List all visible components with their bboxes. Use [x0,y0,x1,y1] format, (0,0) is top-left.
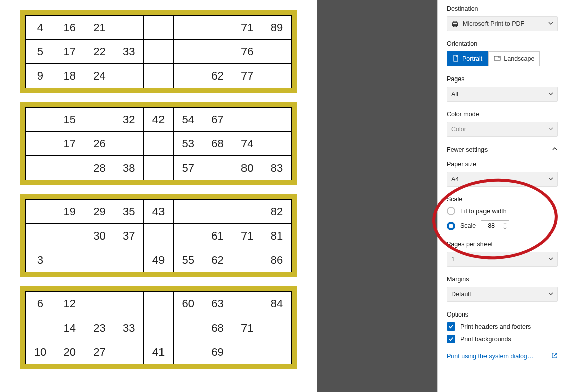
bingo-cell: 27 [85,340,114,364]
bingo-cell: 71 [232,316,262,340]
bingo-cell: 38 [114,156,144,180]
pages-label: Pages [447,75,558,83]
bingo-cell: 68 [203,132,232,156]
chevron-down-icon [548,126,553,133]
bingo-cell [85,108,114,132]
bingo-cell [262,108,292,132]
bingo-cell: 37 [114,224,144,248]
bingo-cell [173,224,203,248]
bingo-cell: 67 [203,108,232,132]
scale-step-up[interactable] [501,221,509,226]
bingo-cell [114,340,144,364]
bingo-cell: 33 [114,40,144,64]
bingo-cell [144,224,174,248]
pages-select[interactable]: All [447,87,558,102]
fit-to-width-radio-row[interactable]: Fit to page width [447,207,558,215]
bingo-cell [262,40,292,64]
scale-input[interactable] [481,221,501,231]
bingo-cell [144,64,174,88]
bingo-cell: 20 [55,340,85,364]
fewer-settings-toggle[interactable]: Fewer settings [447,146,558,153]
bingo-cell [232,108,262,132]
bingo-cell: 22 [85,40,114,64]
bingo-cell: 76 [232,40,262,64]
bingo-cell [173,340,203,364]
destination-value: Microsoft Print to PDF [463,20,524,27]
print-backgrounds-row[interactable]: Print backgrounds [447,335,558,343]
orientation-label: Orientation [447,40,558,47]
scale-step-down[interactable] [501,226,509,231]
scale-radio[interactable] [447,222,455,230]
bingo-cell: 43 [144,200,174,224]
bingo-cell [55,224,85,248]
bingo-cell [26,316,55,340]
bingo-card: 19293543823037617181349556286 [20,194,297,277]
external-link-icon [551,352,558,360]
bingo-cell [114,292,144,316]
scale-radio-row[interactable]: Scale [447,220,558,231]
bingo-cell: 16 [55,16,85,40]
bingo-card: 153242546717265368742838578083 [20,102,297,185]
scale-section: Scale Fit to page width Scale [447,196,558,231]
bingo-cell: 5 [26,40,55,64]
portrait-button[interactable]: Portrait [447,51,488,66]
margins-section: Margins Default [447,276,558,302]
bingo-cell: 68 [203,316,232,340]
papersize-select[interactable]: A4 [447,172,558,187]
bingo-cell [144,16,174,40]
bingo-cell: 28 [85,156,114,180]
bingo-cell [26,132,55,156]
print-headers-row[interactable]: Print headers and footers [447,322,558,331]
destination-section: Destination Microsoft Print to PDF [447,5,558,31]
bingo-card: 61260638414233368711020274169 [20,286,297,369]
fit-to-width-radio[interactable] [447,207,455,215]
print-headers-checkbox[interactable] [447,322,455,331]
bingo-cell [203,16,232,40]
bingo-grid: 19293543823037617181349556286 [25,199,292,272]
bingo-cell [262,132,292,156]
bingo-cell: 10 [26,340,55,364]
bingo-cell: 3 [26,248,55,272]
bingo-cell [173,64,203,88]
printer-icon [451,20,459,28]
destination-label: Destination [447,5,558,12]
bingo-cell: 86 [262,248,292,272]
colormode-select[interactable]: Color [447,122,558,137]
bingo-cell: 69 [203,340,232,364]
bingo-cell: 6 [26,292,55,316]
system-dialog-link[interactable]: Print using the system dialog… [447,352,558,360]
svg-rect-3 [454,55,458,61]
bingo-cell [232,248,262,272]
bingo-cell [232,340,262,364]
chevron-down-icon [548,20,553,27]
print-backgrounds-checkbox[interactable] [447,335,455,343]
bingo-grid: 153242546717265368742838578083 [25,107,292,180]
bingo-cell [26,224,55,248]
bingo-cell [26,108,55,132]
margins-select[interactable]: Default [447,287,558,302]
preview-gap [317,0,437,392]
bingo-cell [173,16,203,40]
bingo-cell [232,292,262,316]
bingo-cell: 62 [203,248,232,272]
pps-label: Pages per sheet [447,241,558,248]
bingo-cell [232,200,262,224]
orientation-section: Orientation Portrait Landscape [447,40,558,66]
bingo-cell: 26 [85,132,114,156]
print-settings-panel: Destination Microsoft Print to PDF Orien… [437,0,566,392]
landscape-button[interactable]: Landscape [488,51,540,66]
bingo-cell: 57 [173,156,203,180]
bingo-cell: 81 [262,224,292,248]
bingo-cell [85,248,114,272]
bingo-cell: 14 [55,316,85,340]
bingo-cell: 54 [173,108,203,132]
bingo-cell [144,156,174,180]
bingo-card: 416217189517223376918246277 [20,10,297,93]
preview-page: 4162171895172233769182462771532425467172… [0,0,317,392]
bingo-cell: 82 [262,200,292,224]
chevron-up-icon [552,146,558,153]
destination-select[interactable]: Microsoft Print to PDF [447,16,558,31]
bingo-cell [55,248,85,272]
bingo-cell: 60 [173,292,203,316]
pps-select[interactable]: 1 [447,252,558,267]
